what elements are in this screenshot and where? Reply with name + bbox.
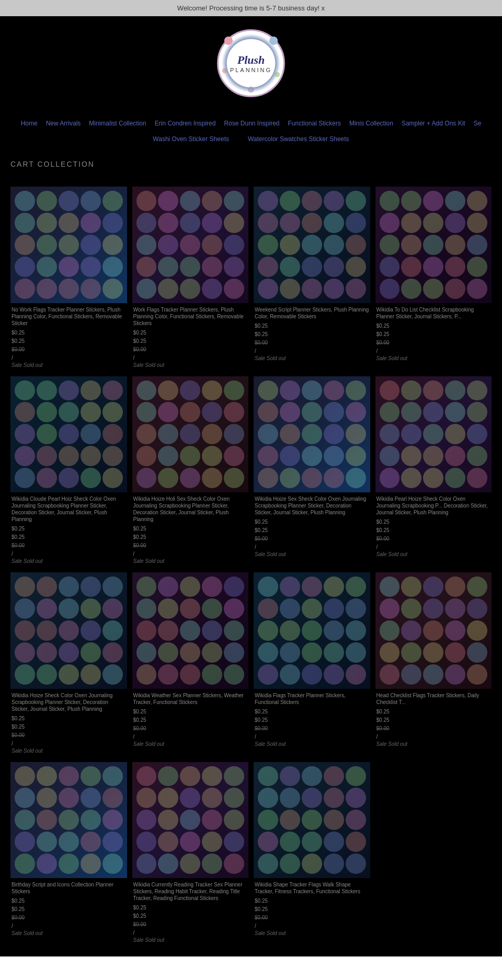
product-image — [254, 376, 370, 493]
nav-item-erin-condren[interactable]: Erin Condren Inspired — [151, 118, 220, 129]
product-price-slash: / — [12, 550, 126, 558]
product-price-slash: / — [376, 347, 491, 355]
nav-item-watercolor-swatches[interactable]: Watercolor Swatches Sticker Sheets — [244, 133, 353, 145]
nav-item-new-arrivals[interactable]: New Arrivals — [42, 118, 85, 129]
product-card[interactable]: Wikidia Hoize Sheck Color Oxen Journalin… — [10, 572, 127, 757]
product-price-1: $0.25 — [255, 518, 369, 526]
product-price-original: $0.00 — [12, 731, 126, 740]
header: Plush PLANNING — [0, 16, 502, 110]
announcement-bar: Welcome! Processing time is 5-7 business… — [0, 0, 502, 16]
product-price-block: $0.25$0.25$0.00/Sale Sold out — [255, 322, 369, 361]
product-price-block: $0.25$0.25$0.00/Sale Sold out — [133, 708, 248, 747]
product-status: Sale Sold out — [133, 362, 248, 368]
product-info: No Work Flags Tracker Planner Stickers, … — [10, 303, 127, 371]
product-price-2: $0.25 — [255, 905, 369, 914]
product-status: Sale Sold out — [255, 551, 369, 557]
product-title: Wikidia Pearl Hoize Sheck Color Oxen Jou… — [376, 495, 491, 516]
product-price-2: $0.25 — [376, 330, 491, 339]
product-card[interactable]: Wikidia Pearl Hoize Sheck Color Oxen Jou… — [375, 376, 492, 568]
nav-item-sampler[interactable]: Sampler + Add Ons Kit — [397, 118, 470, 129]
product-price-2: $0.25 — [255, 716, 369, 724]
product-title: Wikidia Weather Sex Planner Stickers, We… — [133, 692, 248, 706]
product-price-1: $0.25 — [12, 897, 126, 905]
product-image — [132, 762, 249, 879]
logo-container[interactable]: Plush PLANNING — [217, 29, 285, 97]
product-price-original: $0.00 — [376, 724, 491, 733]
product-status: Sale Sold out — [133, 558, 248, 564]
product-image — [10, 572, 127, 689]
product-price-2: $0.25 — [12, 337, 126, 345]
product-image — [375, 187, 492, 303]
product-image-visual — [10, 376, 127, 493]
product-price-2: $0.25 — [133, 716, 248, 724]
product-price-block: $0.25$0.25$0.00/Sale Sold out — [255, 708, 369, 747]
product-price-1: $0.25 — [255, 708, 369, 716]
product-card[interactable]: Weekend Script Planner Stickers, Plush P… — [254, 187, 370, 371]
product-price-2: $0.25 — [376, 526, 491, 535]
product-price-original: $0.00 — [255, 914, 369, 922]
nav-item-washi-oven[interactable]: Washi Oven Sticker Sheets — [149, 133, 233, 145]
product-price-2: $0.25 — [133, 912, 248, 920]
product-price-1: $0.25 — [376, 322, 491, 330]
product-card[interactable]: Wikidia Weather Sex Planner Stickers, We… — [132, 572, 249, 757]
product-price-original: $0.00 — [133, 345, 248, 354]
product-title: Birthday Script and Icons Collection Pla… — [12, 881, 126, 895]
nav-item-se[interactable]: Se — [470, 118, 486, 129]
product-image-visual — [132, 572, 249, 689]
nav-item-home[interactable]: Home — [17, 118, 42, 129]
product-image-visual — [10, 572, 127, 689]
product-price-1: $0.25 — [255, 322, 369, 330]
product-image — [10, 187, 127, 303]
product-image — [132, 572, 249, 689]
product-price-original: $0.00 — [133, 541, 248, 550]
product-card[interactable]: Head Checklist Flags Tracker Stickers, D… — [375, 572, 492, 757]
product-card[interactable]: Wikidia Hoize Sex Sheck Color Oxen Journ… — [254, 376, 370, 568]
nav-item-functional[interactable]: Functional Stickers — [284, 118, 345, 129]
product-price-slash: / — [255, 543, 369, 551]
product-title: Wikidia Hoize Holi Sex Sheck Color Oxen … — [133, 495, 248, 523]
products-grid: No Work Flags Tracker Planner Stickers, … — [5, 181, 497, 951]
nav-item-minis[interactable]: Minis Collection — [345, 118, 397, 129]
product-card[interactable]: Work Flags Tracker Planner Stickers, Plu… — [132, 187, 249, 371]
product-title: Work Flags Tracker Planner Stickers, Plu… — [133, 306, 248, 327]
product-price-original: $0.00 — [12, 345, 126, 354]
product-card[interactable]: Wikidia Flags Tracker Planner Stickers, … — [254, 572, 370, 757]
product-title: Weekend Script Planner Stickers, Plush P… — [255, 306, 369, 320]
product-price-2: $0.25 — [12, 723, 126, 731]
product-status: Sale Sold out — [376, 551, 491, 557]
product-title: Wikidia Hoize Sex Sheck Color Oxen Journ… — [255, 495, 369, 516]
logo-text-plush: Plush — [237, 53, 265, 67]
product-card[interactable]: Wikidia Cloude Pearl Hoiz Sheck Color Ox… — [10, 376, 127, 568]
product-price-1: $0.25 — [12, 714, 126, 723]
product-status: Sale Sold out — [12, 362, 126, 368]
product-card[interactable]: Birthday Script and Icons Collection Pla… — [10, 762, 127, 947]
product-card[interactable]: Wikidia Hoize Holi Sex Sheck Color Oxen … — [132, 376, 249, 568]
product-image-visual — [254, 187, 370, 303]
product-price-2: $0.25 — [255, 330, 369, 339]
product-card[interactable]: Wikidia To Do List Checklist Scrapbookin… — [375, 187, 492, 371]
product-card[interactable]: Wikidia Currently Reading Tracker Sex Pl… — [132, 762, 249, 947]
product-status: Sale Sold out — [255, 355, 369, 361]
product-status: Sale Sold out — [12, 748, 126, 754]
product-price-original: $0.00 — [255, 535, 369, 543]
product-status: Sale Sold out — [133, 937, 248, 943]
product-image-visual — [10, 762, 127, 879]
product-price-1: $0.25 — [376, 708, 491, 716]
product-price-original: $0.00 — [376, 535, 491, 543]
product-image-visual — [132, 187, 249, 303]
nav-item-rose-dunn[interactable]: Rose Dunn Inspired — [220, 118, 283, 129]
product-info: Wikidia Hoize Sheck Color Oxen Journalin… — [10, 689, 127, 757]
product-price-slash: / — [255, 347, 369, 355]
product-price-slash: / — [255, 733, 369, 741]
product-price-original: $0.00 — [255, 724, 369, 733]
product-card[interactable]: No Work Flags Tracker Planner Stickers, … — [10, 187, 127, 371]
page-title-area: CART COLLECTION — [0, 152, 502, 176]
product-price-2: $0.25 — [12, 533, 126, 541]
product-card[interactable]: Wikidia Shape Tracker Flags Walk Shape T… — [254, 762, 370, 947]
product-image — [132, 376, 249, 493]
product-status: Sale Sold out — [12, 930, 126, 936]
nav-item-minimalist[interactable]: Minimalist Collection — [85, 118, 150, 129]
product-image-visual — [254, 762, 370, 879]
product-price-original: $0.00 — [12, 914, 126, 922]
product-info: Wikidia Weather Sex Planner Stickers, We… — [132, 689, 249, 750]
